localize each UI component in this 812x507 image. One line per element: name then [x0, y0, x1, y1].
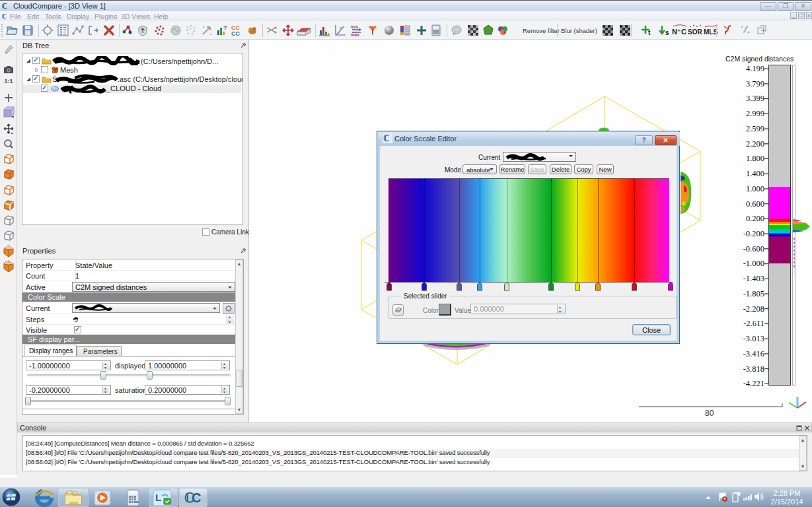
- svg-text:s: s: [665, 29, 669, 36]
- svg-text:L: L: [155, 492, 161, 503]
- svg-text:BACK: BACK: [5, 261, 14, 265]
- svg-text:ℂ: ℂ: [2, 13, 6, 19]
- svg-text:N: N: [672, 28, 677, 36]
- svg-text:C: C: [192, 490, 201, 505]
- svg-text:SOR: SOR: [688, 28, 702, 36]
- svg-text:ℂ: ℂ: [2, 3, 7, 10]
- svg-text:CC: CC: [231, 30, 240, 37]
- svg-text:ℂ: ℂ: [383, 133, 389, 143]
- svg-text:+: +: [677, 28, 681, 34]
- svg-text:sss: sss: [351, 24, 358, 29]
- svg-text:FRONT: FRONT: [4, 246, 15, 250]
- svg-text:?: ?: [223, 24, 227, 31]
- svg-text:t: t: [648, 29, 651, 36]
- svg-text:max: max: [351, 32, 359, 37]
- svg-text:C: C: [681, 28, 686, 36]
- svg-text:sf: sf: [340, 26, 343, 30]
- svg-text:80: 80: [705, 409, 714, 417]
